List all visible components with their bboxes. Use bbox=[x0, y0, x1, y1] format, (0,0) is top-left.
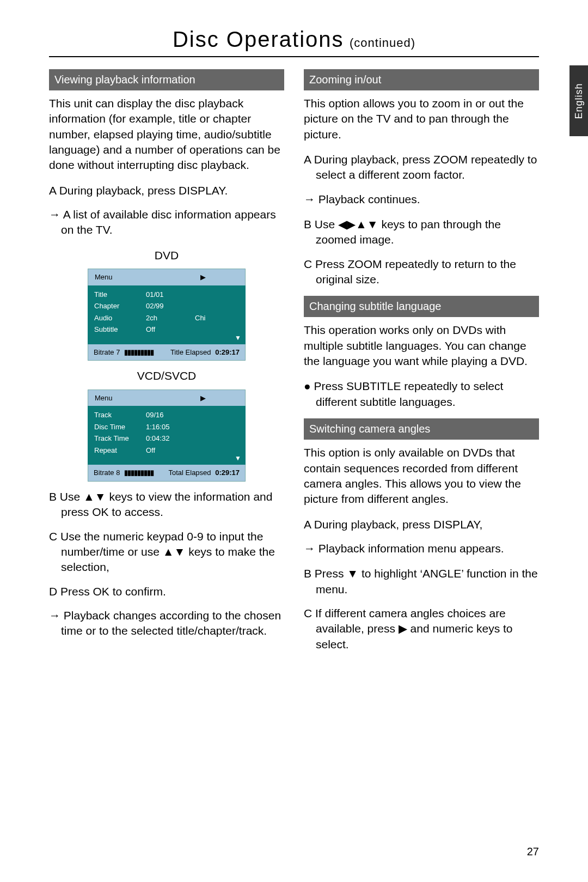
zoom-step-c: C Press ZOOM repeatedly to return to the… bbox=[304, 257, 539, 288]
osd-value: Off bbox=[146, 325, 195, 334]
osd-row: Chapter 02/99 bbox=[94, 300, 239, 312]
osd-key: Audio bbox=[94, 313, 146, 323]
page-number: 27 bbox=[527, 845, 539, 858]
osd-key: Subtitle bbox=[94, 325, 146, 334]
page-title-row: Disc Operations (continued) bbox=[49, 27, 539, 52]
osd-menu-label: Menu bbox=[95, 393, 113, 403]
osd-key: Track Time bbox=[94, 434, 146, 443]
osd-value2: Chi bbox=[195, 313, 206, 323]
language-tab: English bbox=[569, 65, 588, 136]
osd-row: Track 09/16 bbox=[94, 409, 239, 421]
section-intro-text: This unit can display the disc playback … bbox=[49, 96, 284, 173]
section-heading-camera: Switching camera angles bbox=[304, 418, 539, 440]
osd-row: Audio 2ch Chi bbox=[94, 312, 239, 324]
elapsed-label: Total Elapsed bbox=[169, 469, 211, 477]
step-d: D Press OK to confirm. bbox=[49, 584, 284, 599]
osd-value: Off bbox=[146, 446, 195, 455]
osd-value: 09/16 bbox=[146, 410, 195, 420]
osd-key: Track bbox=[94, 410, 146, 420]
camera-step-c: C If different camera angles choices are… bbox=[304, 606, 539, 652]
bitrate-bars-icon: ▮▮▮▮▮▮▮▮▮ bbox=[124, 468, 154, 478]
osd-row: Repeat Off bbox=[94, 445, 239, 457]
page-title: Disc Operations bbox=[173, 27, 344, 51]
zoom-intro: This option allows you to zoom in or out… bbox=[304, 96, 539, 142]
osd-body: Track 09/16 Disc Time 1:16:05 Track Time… bbox=[88, 406, 246, 465]
osd-key: Repeat bbox=[94, 446, 146, 455]
section-heading-zoom: Zooming in/out bbox=[304, 69, 539, 90]
vcd-osd-menu: Menu ▶ Track 09/16 Disc Time 1:16:05 Tra… bbox=[88, 390, 246, 482]
two-column-layout: Viewing playback information This unit c… bbox=[49, 69, 539, 661]
osd-value: 01/01 bbox=[146, 290, 195, 300]
camera-step-b: B Press ▼ to highlight ‘ANGLE’ function … bbox=[304, 566, 539, 597]
scroll-down-icon: ▼ bbox=[235, 333, 241, 342]
osd-header: Menu ▶ bbox=[88, 269, 246, 285]
bitrate-bars-icon: ▮▮▮▮▮▮▮▮▮ bbox=[124, 348, 154, 357]
osd-header: Menu ▶ bbox=[88, 390, 246, 406]
osd-key: Chapter bbox=[94, 301, 146, 311]
dvd-osd-menu: Menu ▶ Title 01/01 Chapter 02/99 bbox=[88, 269, 246, 361]
step-d-result: → Playback changes according to the chos… bbox=[49, 608, 284, 639]
page-container: English Disc Operations (continued) View… bbox=[0, 0, 588, 882]
osd-key: Disc Time bbox=[94, 422, 146, 432]
right-column: Zooming in/out This option allows you to… bbox=[304, 69, 539, 661]
osd-row: Disc Time 1:16:05 bbox=[94, 421, 239, 433]
subtitle-intro: This operation works only on DVDs with m… bbox=[304, 323, 539, 369]
title-divider bbox=[49, 56, 539, 57]
language-label: English bbox=[573, 83, 585, 119]
page-title-continued: (continued) bbox=[350, 36, 415, 50]
elapsed-value: 0:29:17 bbox=[215, 469, 240, 477]
section-heading-subtitle: Changing subtitle language bbox=[304, 296, 539, 317]
bitrate-label: Bitrate 8 bbox=[94, 468, 120, 478]
bitrate-label: Bitrate 7 bbox=[94, 348, 120, 357]
camera-step-a: A During playback, press DISPLAY, bbox=[304, 517, 539, 532]
osd-body: Title 01/01 Chapter 02/99 Audio 2ch Chi bbox=[88, 285, 246, 344]
left-column: Viewing playback information This unit c… bbox=[49, 69, 284, 661]
step-c: C Use the numeric keypad 0-9 to input th… bbox=[49, 529, 284, 575]
section-heading-viewing-playback: Viewing playback information bbox=[49, 69, 284, 90]
vcd-caption: VCD/SVCD bbox=[49, 368, 284, 384]
camera-intro: This option is only available on DVDs th… bbox=[304, 445, 539, 507]
step-b: B Use ▲▼ keys to view the information an… bbox=[49, 489, 284, 520]
osd-row: Title 01/01 bbox=[94, 289, 239, 301]
osd-value: 1:16:05 bbox=[146, 422, 195, 432]
osd-value: 0:04:32 bbox=[146, 434, 195, 443]
osd-value: 02/99 bbox=[146, 301, 195, 311]
zoom-step-a-result: → Playback continues. bbox=[304, 192, 539, 207]
osd-row: Subtitle Off bbox=[94, 324, 239, 336]
osd-menu-label: Menu bbox=[95, 272, 113, 282]
play-icon: ▶ bbox=[200, 393, 206, 403]
dvd-caption: DVD bbox=[49, 248, 284, 263]
osd-footer: Bitrate 7 ▮▮▮▮▮▮▮▮▮ Title Elapsed 0:29:1… bbox=[88, 344, 246, 361]
step-a-result: → A list of available disc information a… bbox=[49, 207, 284, 238]
zoom-step-a: A During playback, press ZOOM repeatedly… bbox=[304, 152, 539, 183]
subtitle-step: ● Press SUBTITLE repeatedly to select di… bbox=[304, 379, 539, 410]
scroll-down-icon: ▼ bbox=[235, 454, 241, 463]
step-a: A During playback, press DISPLAY. bbox=[49, 183, 284, 198]
camera-step-a-result: → Playback information menu appears. bbox=[304, 541, 539, 556]
play-icon: ▶ bbox=[200, 272, 206, 282]
osd-row: Track Time 0:04:32 bbox=[94, 433, 239, 445]
zoom-step-b: B Use ◀▶▲▼ keys to pan through the zoome… bbox=[304, 217, 539, 248]
osd-key: Title bbox=[94, 290, 146, 300]
osd-value: 2ch bbox=[146, 313, 195, 323]
osd-footer: Bitrate 8 ▮▮▮▮▮▮▮▮▮ Total Elapsed 0:29:1… bbox=[88, 465, 246, 482]
elapsed-label: Title Elapsed bbox=[170, 348, 211, 356]
elapsed-value: 0:29:17 bbox=[215, 348, 240, 356]
